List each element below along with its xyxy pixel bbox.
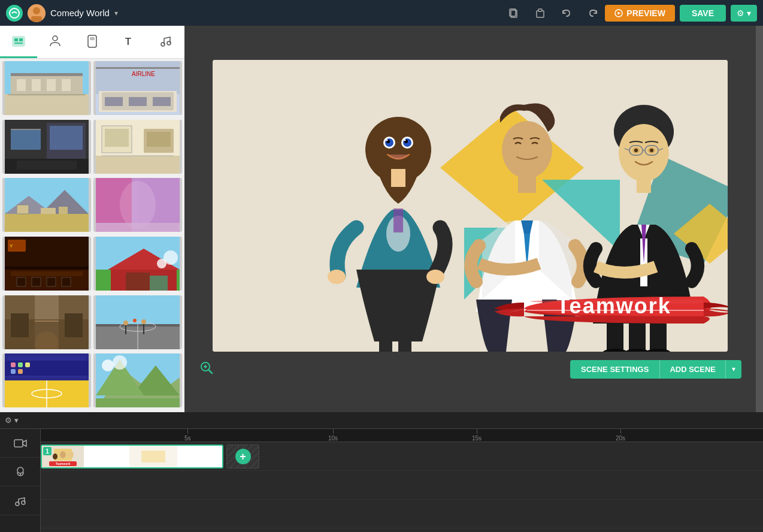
scene-canvas: Teamwork: [213, 60, 728, 352]
svg-rect-10: [13, 37, 25, 46]
svg-rect-86: [11, 313, 29, 337]
svg-rect-56: [17, 205, 29, 214]
list-item[interactable]: [2, 61, 91, 115]
svg-point-95: [123, 321, 128, 325]
header-right: PREVIEW SAVE ⚙ ▾: [605, 5, 757, 22]
svg-rect-33: [96, 67, 180, 69]
ruler-tick-15s: 15s: [472, 429, 482, 442]
svg-point-184: [68, 451, 74, 458]
header-settings-button[interactable]: ⚙ ▾: [731, 5, 757, 22]
svg-rect-160: [637, 178, 651, 193]
svg-point-145: [502, 121, 552, 179]
timeline-settings-button[interactable]: ⚙ ▾: [5, 416, 19, 425]
svg-rect-26: [47, 79, 56, 91]
svg-point-135: [404, 139, 406, 141]
scene-settings-button[interactable]: SCENE SETTINGS: [570, 360, 659, 379]
svg-rect-87: [65, 313, 83, 337]
tab-characters[interactable]: [37, 26, 74, 58]
svg-rect-69: [11, 271, 83, 276]
svg-point-0: [10, 8, 19, 18]
list-item[interactable]: [2, 295, 91, 349]
list-item[interactable]: [93, 237, 182, 291]
svg-rect-142: [398, 330, 411, 352]
list-item[interactable]: [2, 178, 91, 232]
paste-button[interactable]: [528, 2, 552, 24]
svg-rect-73: [62, 277, 71, 286]
svg-line-171: [208, 370, 212, 373]
list-item[interactable]: [93, 178, 182, 232]
svg-rect-72: [47, 277, 56, 286]
tab-music[interactable]: [147, 26, 184, 58]
svg-rect-70: [17, 277, 26, 286]
svg-point-118: [113, 355, 127, 370]
svg-point-62: [120, 181, 156, 229]
svg-rect-16: [90, 37, 95, 40]
list-item[interactable]: [93, 353, 182, 407]
list-item[interactable]: Y: [2, 237, 91, 291]
svg-rect-50: [147, 132, 171, 147]
svg-point-134: [386, 139, 388, 141]
canvas-bottom-bar: SCENE SETTINGS ADD SCENE ▾: [196, 360, 744, 379]
undo-button[interactable]: [555, 2, 579, 24]
timeline-body: 5s 10s 15s 20s: [0, 429, 763, 532]
svg-rect-44: [17, 161, 77, 170]
svg-text:Teamwork: Teamwork: [56, 462, 71, 466]
thumbnails-grid: AIRLINE: [0, 59, 184, 412]
svg-rect-106: [18, 362, 23, 367]
redo-button[interactable]: [581, 2, 605, 24]
header-left: Comedy World ▾: [6, 4, 502, 22]
list-item[interactable]: [2, 353, 91, 407]
svg-point-182: [53, 454, 57, 460]
copy-button[interactable]: [502, 2, 526, 24]
svg-point-117: [102, 359, 114, 371]
svg-rect-42: [50, 126, 83, 150]
list-item[interactable]: [93, 120, 182, 174]
svg-rect-105: [11, 362, 16, 367]
list-item[interactable]: [2, 120, 91, 174]
avatar: [28, 4, 46, 22]
project-dropdown-arrow[interactable]: ▾: [114, 9, 118, 17]
zoom-button[interactable]: [199, 360, 213, 378]
svg-point-140: [426, 270, 444, 284]
scene-number-badge: 1: [43, 447, 52, 455]
list-item[interactable]: AIRLINE: [93, 61, 182, 115]
svg-point-159: [650, 149, 653, 152]
svg-rect-36: [129, 97, 147, 106]
svg-rect-78: [126, 273, 150, 291]
svg-rect-12: [19, 38, 23, 41]
svg-rect-136: [391, 169, 405, 187]
main-area: T: [0, 26, 763, 412]
svg-rect-39: [11, 129, 41, 150]
right-scrollbar[interactable]: [756, 26, 763, 412]
add-circle-icon: +: [235, 449, 251, 464]
svg-point-183: [60, 451, 66, 458]
svg-rect-57: [41, 208, 56, 214]
svg-rect-107: [25, 362, 30, 367]
tab-scenes[interactable]: [0, 26, 37, 58]
svg-rect-35: [105, 97, 123, 106]
add-scene-timeline-button[interactable]: +: [226, 445, 259, 468]
svg-point-97: [141, 319, 146, 324]
add-scene-button[interactable]: ADD SCENE: [659, 360, 725, 379]
ruler-tick-10s: 10s: [328, 429, 338, 442]
svg-rect-108: [11, 369, 16, 374]
save-button[interactable]: SAVE: [680, 5, 726, 22]
svg-rect-37: [153, 97, 171, 106]
tab-text[interactable]: T: [111, 26, 148, 58]
add-scene-dropdown-button[interactable]: ▾: [725, 360, 741, 379]
list-item[interactable]: [93, 295, 182, 349]
header: Comedy World ▾ PREVIEW SAVE ⚙ ▾: [0, 0, 763, 26]
audio-track-row: [41, 471, 763, 500]
svg-text:Teamwork: Teamwork: [556, 294, 671, 318]
svg-rect-55: [5, 214, 89, 232]
tab-props[interactable]: [74, 26, 111, 58]
svg-rect-3: [31, 16, 42, 22]
svg-point-14: [53, 36, 57, 41]
project-name: Comedy World: [50, 8, 110, 18]
svg-rect-11: [14, 38, 18, 41]
timeline-scene-block[interactable]: Teamwork 1: [41, 445, 223, 468]
logo-icon[interactable]: [6, 5, 23, 22]
svg-rect-79: [150, 276, 168, 291]
svg-rect-28: [8, 94, 86, 95]
preview-button[interactable]: PREVIEW: [605, 5, 675, 22]
